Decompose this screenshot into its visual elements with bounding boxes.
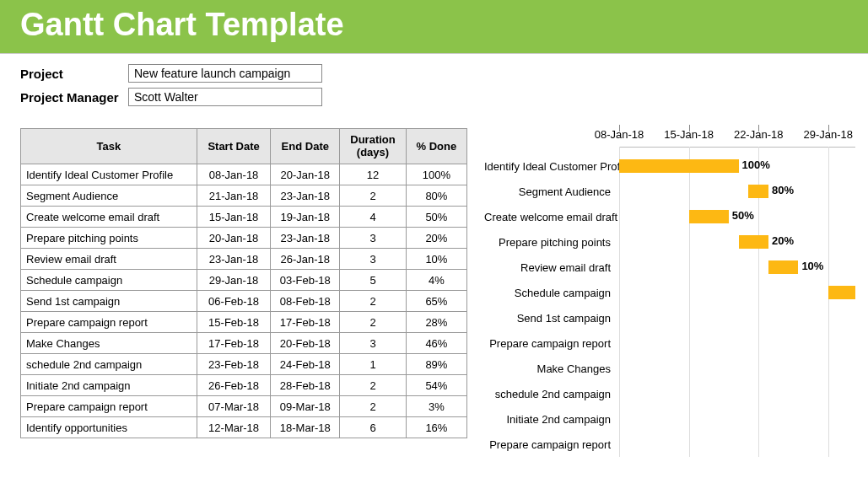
cell-dur: 2: [340, 312, 407, 333]
gantt-pct-label: 50%: [732, 209, 754, 222]
gantt-row-label: Prepare pitching points: [484, 236, 619, 249]
cell-dur: 1: [340, 354, 407, 375]
table-row: Schedule campaign29-Jan-1803-Feb-1854%: [21, 270, 467, 291]
gantt-track: [619, 432, 855, 457]
cell-end: 08-Feb-18: [271, 291, 340, 312]
header-bar: Gantt Chart Template: [0, 0, 868, 54]
cell-end: 26-Jan-18: [271, 249, 340, 270]
cell-task: Initiate 2nd campaign: [21, 375, 197, 396]
cell-start: 17-Feb-18: [197, 333, 271, 354]
table-row: Prepare pitching points20-Jan-1823-Jan-1…: [21, 228, 467, 249]
gantt-track: 50%: [619, 204, 855, 229]
gantt-row: Segment Audience80%: [484, 179, 855, 204]
cell-start: 15-Feb-18: [197, 312, 271, 333]
gantt-row: Schedule campaign: [484, 280, 855, 305]
cell-end: 17-Feb-18: [271, 312, 340, 333]
cell-task: Review email draft: [21, 249, 197, 270]
cell-end: 20-Feb-18: [271, 333, 340, 354]
cell-end: 19-Jan-18: [271, 207, 340, 228]
cell-start: 08-Jan-18: [197, 164, 271, 185]
cell-dur: 2: [340, 396, 407, 417]
table-row: Identify opportunities12-Mar-1818-Mar-18…: [21, 417, 467, 438]
gantt-row-label: schedule 2nd campaign: [484, 388, 619, 400]
gantt-bar: [739, 235, 768, 249]
th-duration: Duration(days): [340, 129, 407, 164]
table-row: Segment Audience21-Jan-1823-Jan-18280%: [21, 185, 467, 207]
cell-dur: 3: [340, 333, 407, 354]
cell-end: 18-Mar-18: [271, 417, 340, 438]
gantt-track: [619, 330, 855, 356]
gantt-chart: 08-Jan-1815-Jan-1822-Jan-1829-Jan-18 Ide…: [484, 128, 855, 457]
gantt-row-label: Prepare campaign report: [484, 438, 619, 451]
project-input[interactable]: [128, 64, 322, 83]
cell-start: 12-Mar-18: [197, 417, 271, 438]
cell-dur: 2: [340, 291, 407, 312]
project-label: Project: [20, 67, 128, 81]
cell-start: 23-Jan-18: [197, 249, 271, 270]
gantt-row: Prepare campaign report: [484, 330, 855, 356]
gantt-row: Review email draft10%: [484, 255, 855, 280]
cell-task: Prepare pitching points: [21, 228, 197, 249]
cell-task: Create welcome email draft: [21, 207, 197, 228]
cell-task: Schedule campaign: [21, 270, 197, 291]
cell-dur: 3: [340, 228, 407, 249]
cell-end: 03-Feb-18: [271, 270, 340, 291]
cell-pct: 50%: [406, 207, 466, 228]
gantt-pct-label: 100%: [742, 158, 770, 171]
cell-dur: 2: [340, 185, 407, 207]
cell-start: 21-Jan-18: [197, 185, 271, 207]
gantt-track: 10%: [619, 255, 855, 280]
cell-start: 29-Jan-18: [197, 270, 271, 291]
gantt-track: 20%: [619, 229, 855, 255]
gantt-row: Prepare pitching points20%: [484, 229, 855, 255]
project-meta: Project Project Manager: [0, 54, 868, 106]
cell-start: 06-Feb-18: [197, 291, 271, 312]
task-table: Task Start Date End Date Duration(days) …: [20, 128, 467, 438]
gantt-bar: [689, 210, 729, 223]
gantt-track: [619, 381, 855, 406]
gantt-track: [619, 280, 855, 305]
cell-start: 20-Jan-18: [197, 228, 271, 249]
cell-task: Prepare campaign report: [21, 396, 197, 417]
cell-dur: 5: [340, 270, 407, 291]
gantt-pct-label: 80%: [772, 184, 794, 196]
cell-pct: 10%: [406, 249, 466, 270]
table-row: Initiate 2nd campaign26-Feb-1828-Feb-182…: [21, 375, 467, 396]
cell-end: 09-Mar-18: [271, 396, 340, 417]
gantt-row: Prepare campaign report: [484, 432, 855, 457]
cell-task: Prepare campaign report: [21, 312, 197, 333]
cell-end: 24-Feb-18: [271, 354, 340, 375]
cell-start: 26-Feb-18: [197, 375, 271, 396]
cell-end: 23-Jan-18: [271, 228, 340, 249]
table-row: Send 1st campaign06-Feb-1808-Feb-18265%: [21, 291, 467, 312]
gantt-track: 80%: [619, 179, 855, 204]
gantt-row: schedule 2nd campaign: [484, 381, 855, 406]
th-pct: % Done: [406, 129, 466, 164]
gantt-row: Identify Ideal Customer Profile100%: [484, 153, 855, 179]
table-row: Create welcome email draft15-Jan-1819-Ja…: [21, 207, 467, 228]
th-start: Start Date: [197, 129, 271, 164]
cell-pct: 46%: [406, 333, 466, 354]
cell-dur: 4: [340, 207, 407, 228]
cell-pct: 80%: [406, 185, 466, 207]
gantt-track: [619, 305, 855, 330]
cell-dur: 2: [340, 375, 407, 396]
gantt-track: [619, 356, 855, 381]
cell-pct: 4%: [406, 270, 466, 291]
cell-task: Make Changes: [21, 333, 197, 354]
gantt-bar: [768, 260, 798, 274]
table-row: Identify Ideal Customer Profile08-Jan-18…: [21, 164, 467, 185]
gantt-row: Make Changes: [484, 356, 855, 381]
manager-input[interactable]: [128, 88, 322, 106]
cell-task: Segment Audience: [21, 185, 197, 207]
table-row: Prepare campaign report07-Mar-1809-Mar-1…: [21, 396, 467, 417]
cell-task: Identify Ideal Customer Profile: [21, 164, 197, 185]
cell-pct: 28%: [406, 312, 466, 333]
gantt-row-label: Initiate 2nd campaign: [484, 413, 619, 426]
table-row: Prepare campaign report15-Feb-1817-Feb-1…: [21, 312, 467, 333]
table-row: Make Changes17-Feb-1820-Feb-18346%: [21, 333, 467, 354]
cell-dur: 6: [340, 417, 407, 438]
gantt-bar: [828, 286, 855, 299]
gantt-row-label: Segment Audience: [484, 185, 619, 198]
cell-task: Identify opportunities: [21, 417, 197, 438]
